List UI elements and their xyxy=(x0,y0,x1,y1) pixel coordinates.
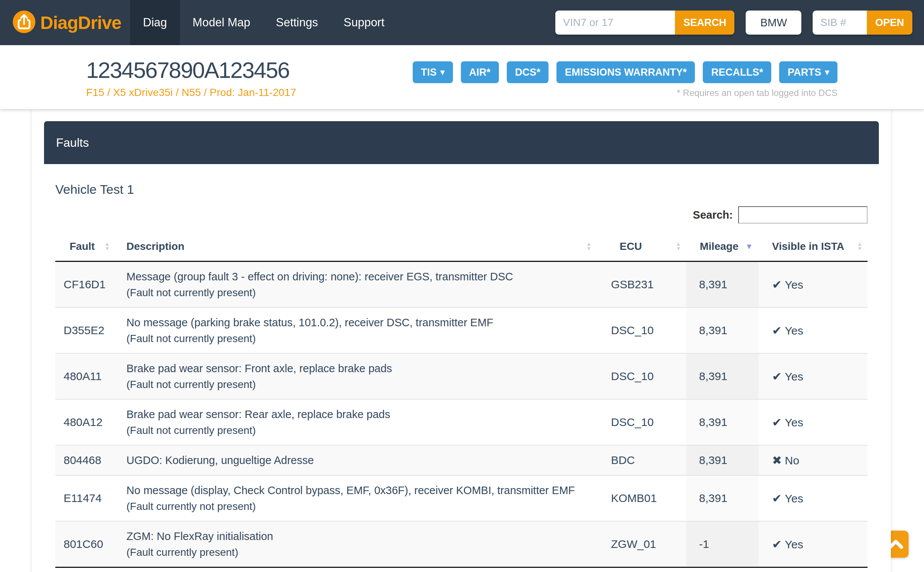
footer-fault-label: Fault xyxy=(55,567,117,572)
table-row: 804468 UGDO: Kodierung, ungueltige Adres… xyxy=(55,445,868,475)
visible-label: Yes xyxy=(785,416,803,429)
check-icon: ✔ xyxy=(772,324,782,337)
caret-down-icon: ▾ xyxy=(441,67,445,77)
fault-ecu: DSC_10 xyxy=(599,308,686,353)
check-icon: ✔ xyxy=(772,538,782,551)
sort-both-icon: ▲▼ xyxy=(676,242,681,251)
nav-item-support[interactable]: Support xyxy=(331,0,397,45)
fault-description: No message (display, Check Control bypas… xyxy=(117,475,599,521)
fault-mileage: 8,391 xyxy=(686,399,758,445)
table-row: 801C60 ZGM: No FlexRay initialisation (F… xyxy=(55,521,868,567)
sort-both-icon: ▲▼ xyxy=(586,242,592,251)
page-container: Faults Vehicle Test 1 Search: Fault ▲▼ xyxy=(32,109,891,572)
vin-search-input[interactable] xyxy=(555,11,675,35)
fault-code: E11474 xyxy=(55,475,117,521)
faults-panel: Faults Vehicle Test 1 Search: Fault ▲▼ xyxy=(44,121,879,572)
column-header-fault[interactable]: Fault ▲▼ xyxy=(55,232,117,261)
fault-description: ZGM: No FlexRay initialisation (Fault cu… xyxy=(117,521,599,567)
brand-select[interactable]: BMW xyxy=(746,11,801,35)
air-button[interactable]: AIR* xyxy=(461,61,499,83)
footer-ecu-label: ECU xyxy=(599,567,686,572)
nav-item-diag[interactable]: Diag xyxy=(130,0,180,45)
fault-visible: ✔Yes xyxy=(758,521,868,567)
fault-ecu: DSC_10 xyxy=(599,399,686,445)
fault-visible: ✔Yes xyxy=(758,261,868,308)
check-icon: ✔ xyxy=(772,492,782,505)
fault-visible: ✔Yes xyxy=(758,475,868,521)
fault-visible: ✔Yes xyxy=(758,399,868,445)
check-icon: ✔ xyxy=(772,416,782,429)
column-header-description[interactable]: Description ▲▼ xyxy=(117,232,599,261)
ecu-column-label: ECU xyxy=(620,241,642,252)
table-row: D355E2 No message (parking brake status,… xyxy=(55,308,868,353)
nav-item-model-map[interactable]: Model Map xyxy=(180,0,263,45)
recalls-button[interactable]: RECALLS* xyxy=(703,61,771,83)
sort-both-icon: ▲▼ xyxy=(105,242,110,251)
visible-label: Yes xyxy=(785,370,803,383)
sib-number-input[interactable] xyxy=(813,11,867,35)
fault-description: Brake pad wear sensor: Rear axle, replac… xyxy=(117,399,599,445)
vehicle-info-link[interactable]: F15 / X5 xDrive35i / N55 / Prod: Jan-11-… xyxy=(86,87,296,99)
header-actions: TIS ▾ AIR* DCS* EMISSIONS WARRANTY* RECA… xyxy=(413,45,837,109)
vehicle-header: 1234567890A123456 F15 / X5 xDrive35i / N… xyxy=(0,45,924,109)
sib-search-group: OPEN xyxy=(813,11,912,35)
fault-ecu: KOMB01 xyxy=(599,475,686,521)
fault-mileage: 8,391 xyxy=(686,261,758,308)
check-icon: ✔ xyxy=(772,370,782,383)
fault-visible: ✔Yes xyxy=(758,353,868,399)
fault-code: D355E2 xyxy=(55,308,117,353)
dcs-button[interactable]: DCS* xyxy=(507,61,549,83)
dcs-requirement-note: * Requires an open tab logged into DCS xyxy=(677,88,837,98)
table-search-label: Search: xyxy=(693,209,733,221)
sort-desc-icon: ▼ xyxy=(745,243,753,250)
fault-mileage: 8,391 xyxy=(686,308,758,353)
visible-label: No xyxy=(785,454,799,466)
parts-dropdown-button[interactable]: PARTS ▾ xyxy=(779,61,837,83)
description-column-label: Description xyxy=(126,241,184,252)
visible-label: Yes xyxy=(785,492,803,505)
vin-block: 1234567890A123456 F15 / X5 xDrive35i / N… xyxy=(86,58,296,109)
vin-title: 1234567890A123456 xyxy=(86,58,296,83)
nav-item-settings[interactable]: Settings xyxy=(263,0,331,45)
share-upload-icon xyxy=(12,10,36,35)
table-header-row: Fault ▲▼ Description ▲▼ xyxy=(55,232,868,261)
faults-panel-body: Vehicle Test 1 Search: Fault ▲▼ xyxy=(44,164,879,572)
visible-label: Yes xyxy=(785,538,803,550)
fault-code: 801C60 xyxy=(55,521,117,567)
column-header-ecu[interactable]: ECU ▲▼ xyxy=(599,232,686,261)
main-nav: Diag Model Map Settings Support xyxy=(130,0,397,45)
fault-mileage: -1 xyxy=(686,521,758,567)
visible-label: Yes xyxy=(785,324,803,337)
vin-search-button[interactable]: SEARCH xyxy=(675,11,735,35)
navbar: DiagDrive Diag Model Map Settings Suppor… xyxy=(0,0,924,45)
x-icon: ✖ xyxy=(772,454,782,467)
vin-search-group: SEARCH xyxy=(555,11,735,35)
table-footer-row: Fault Description ECU Mileage Visible in… xyxy=(55,567,868,572)
table-search-input[interactable] xyxy=(738,206,868,224)
fault-ecu: ZGW_01 xyxy=(599,521,686,567)
emissions-warranty-button[interactable]: EMISSIONS WARRANTY* xyxy=(556,61,695,83)
footer-visible-label: Visible in ISTA xyxy=(758,567,868,572)
column-header-mileage[interactable]: Mileage ▼ xyxy=(686,232,758,261)
fault-mileage: 8,391 xyxy=(686,475,758,521)
brand-logo[interactable]: DiagDrive xyxy=(0,0,130,45)
fault-mileage: 8,391 xyxy=(686,445,758,475)
table-row: E11474 No message (display, Check Contro… xyxy=(55,475,868,521)
footer-mileage-label: Mileage xyxy=(686,567,758,572)
faults-table: Fault ▲▼ Description ▲▼ xyxy=(55,232,868,572)
fault-code: 480A12 xyxy=(55,399,117,445)
table-row: 480A11 Brake pad wear sensor: Front axle… xyxy=(55,353,868,399)
sib-open-button[interactable]: OPEN xyxy=(867,11,912,35)
check-icon: ✔ xyxy=(772,278,782,291)
fault-column-label: Fault xyxy=(70,241,95,252)
fault-description: Message (group fault 3 - effect on drivi… xyxy=(117,261,599,308)
mileage-column-label: Mileage xyxy=(700,241,739,252)
column-header-visible-in-ista[interactable]: Visible in ISTA ▲▼ xyxy=(758,232,868,261)
fault-code: 804468 xyxy=(55,445,117,475)
fault-visible: ✖No xyxy=(758,445,868,475)
fault-code: CF16D1 xyxy=(55,261,117,308)
tis-dropdown-button[interactable]: TIS ▾ xyxy=(413,61,453,83)
sort-both-icon: ▲▼ xyxy=(857,242,862,251)
footer-description-label: Description xyxy=(117,567,599,572)
fault-description: Brake pad wear sensor: Front axle, repla… xyxy=(117,353,599,399)
